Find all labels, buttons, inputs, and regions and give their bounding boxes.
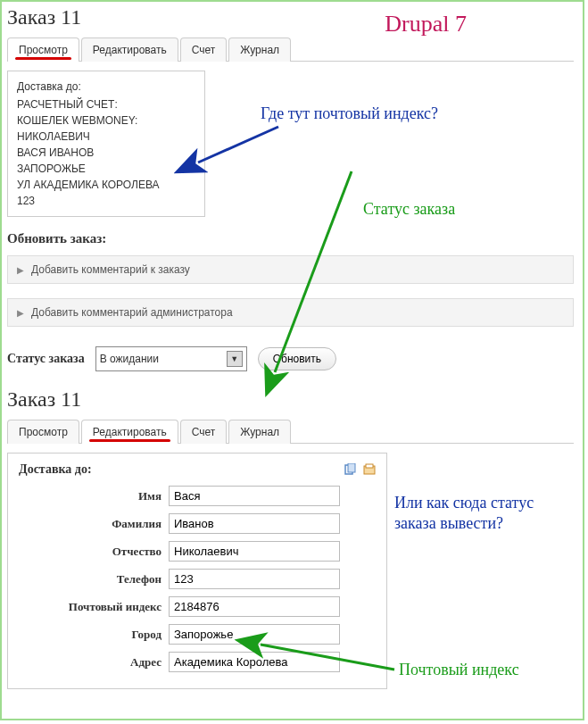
tab-edit[interactable]: Редактировать: [81, 37, 178, 62]
last-name-label: Фамилия: [19, 517, 169, 531]
tab-log[interactable]: Журнал: [228, 37, 291, 62]
address-label: Адрес: [19, 655, 169, 670]
phone-field[interactable]: [169, 569, 340, 589]
copy-icon[interactable]: [344, 463, 356, 476]
order1-title: Заказ 11: [7, 5, 574, 29]
accordion-add-order-comment[interactable]: ▶ Добавить комментарий к заказу: [7, 255, 574, 284]
patronymic-label: Отчество: [19, 545, 169, 559]
first-name-field[interactable]: [169, 486, 340, 506]
chevron-down-icon: ▼: [227, 351, 243, 367]
phone-label: Телефон: [19, 572, 169, 587]
panel-heading: Доставка до:: [19, 462, 92, 477]
update-order-heading: Обновить заказ:: [7, 231, 574, 246]
tab-invoice[interactable]: Счет: [180, 420, 228, 444]
order2-title: Заказ 11: [7, 387, 574, 412]
shipping-address-box: Доставка до: РАСЧЕТНЫЙ СЧЕТ: КОШЕЛЕК WEB…: [7, 71, 205, 217]
copy-address-icon[interactable]: [363, 463, 376, 476]
tab-view[interactable]: Просмотр: [7, 37, 79, 62]
update-button[interactable]: Обновить: [258, 347, 336, 370]
shipping-line: НИКОЛАЕВИЧ: [17, 129, 195, 145]
status-label: Статус заказа: [7, 352, 85, 366]
shipping-heading: Доставка до:: [17, 79, 195, 95]
shipping-line: ЗАПОРОЖЬЕ: [17, 161, 195, 177]
tab-view[interactable]: Просмотр: [7, 420, 79, 444]
order1-tabs: Просмотр Редактировать Счет Журнал: [7, 37, 574, 62]
postal-field[interactable]: [169, 596, 340, 617]
svg-rect-3: [366, 464, 373, 468]
accordion-label: Добавить комментарий администратора: [31, 306, 233, 319]
order2-tabs: Просмотр Редактировать Счет Журнал: [7, 419, 574, 444]
shipping-line: 123: [17, 193, 195, 209]
shipping-line: РАСЧЕТНЫЙ СЧЕТ:: [17, 96, 195, 112]
tab-log[interactable]: Журнал: [228, 420, 291, 444]
triangle-right-icon: ▶: [17, 308, 24, 318]
first-name-label: Имя: [19, 489, 169, 503]
triangle-right-icon: ▶: [17, 265, 24, 275]
accordion-label: Добавить комментарий к заказу: [31, 263, 190, 276]
last-name-field[interactable]: [169, 513, 340, 534]
status-select-value: В ожидании: [100, 353, 159, 365]
svg-rect-1: [348, 463, 355, 472]
tab-edit[interactable]: Редактировать: [81, 420, 178, 444]
postal-label: Почтовый индекс: [19, 600, 169, 614]
brand-label: Drupal 7: [385, 11, 467, 37]
city-label: Город: [19, 628, 169, 642]
status-select[interactable]: В ожидании ▼: [95, 346, 247, 371]
shipping-edit-panel: Доставка до: Имя Фамилия От: [7, 453, 387, 689]
address-field[interactable]: [169, 652, 340, 672]
shipping-line: КОШЕЛЕК WEBMONEY:: [17, 112, 195, 129]
city-field[interactable]: [169, 624, 340, 645]
shipping-line: ВАСЯ ИВАНОВ: [17, 145, 195, 161]
tab-invoice[interactable]: Счет: [180, 37, 228, 62]
accordion-add-admin-comment[interactable]: ▶ Добавить комментарий администратора: [7, 298, 574, 327]
shipping-line: УЛ АКАДЕМИКА КОРОЛЕВА: [17, 177, 195, 193]
patronymic-field[interactable]: [169, 541, 340, 562]
